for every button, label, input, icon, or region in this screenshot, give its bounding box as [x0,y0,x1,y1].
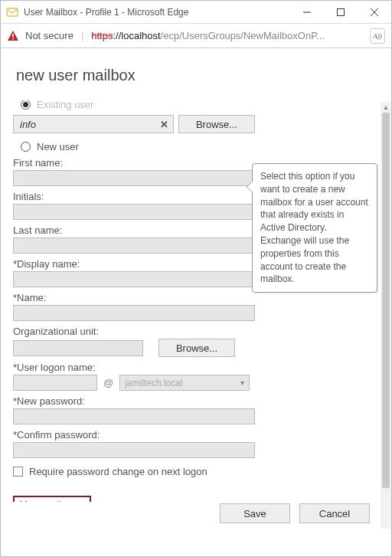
new-password-field[interactable] [13,408,255,424]
svg-rect-2 [338,8,345,15]
page-title: new user mailbox [1,48,391,92]
first-name-field[interactable] [13,170,255,186]
first-name-label: First name: [13,157,255,169]
ou-field[interactable] [13,340,143,356]
logon-name-field[interactable] [13,375,97,391]
chevron-down-icon: ▾ [240,378,244,387]
address-separator: | [81,30,83,41]
require-pw-change-row[interactable]: Require password change on next logon [13,466,255,477]
logon-label: *User logon name: [13,362,255,373]
browse-ou-button[interactable]: Browse... [158,339,235,357]
url-display[interactable]: https://localhost/ecp/UsersGroups/NewMai… [91,30,364,41]
confirm-password-label: *Confirm password: [13,429,255,441]
ou-label: Organizational unit: [13,326,255,337]
app-icon [5,5,19,19]
at-sign: @ [103,377,113,388]
minimize-button[interactable] [290,1,324,24]
address-bar: Not secure | https://localhost/ecp/Users… [1,24,391,48]
help-tooltip: Select this option if you want to create… [252,163,377,293]
new-user-label: New user [37,141,79,152]
maximize-button[interactable] [324,1,358,24]
svg-rect-0 [7,8,18,16]
footer-buttons: Save Cancel [1,501,381,529]
existing-user-radio-row[interactable]: Existing user [21,100,255,110]
not-secure-label: Not secure [25,30,74,41]
user-search-input[interactable]: info ✕ [13,115,174,133]
vertical-scrollbar[interactable]: ▲ ▼ [381,102,391,529]
confirm-password-field[interactable] [13,442,255,458]
last-name-label: Last name: [13,224,255,236]
new-password-label: *New password: [13,395,255,407]
require-pw-change-label: Require password change on next logon [29,466,207,477]
new-user-radio-row[interactable]: New user [21,141,255,152]
existing-user-label: Existing user [37,100,93,110]
user-search-value: info [17,119,158,130]
svg-rect-6 [12,38,14,40]
read-aloud-icon[interactable]: A)) [370,28,385,44]
display-name-label: *Display name: [13,258,255,270]
not-secure-icon [7,30,19,42]
name-field[interactable] [13,305,255,321]
clear-icon[interactable]: ✕ [158,118,170,130]
browse-user-button[interactable]: Browse... [178,115,255,133]
window-title: User Mailbox - Profile 1 - Microsoft Edg… [24,7,290,18]
require-pw-change-checkbox[interactable] [13,467,23,477]
existing-user-radio[interactable] [21,100,31,110]
window-titlebar: User Mailbox - Profile 1 - Microsoft Edg… [1,1,391,24]
initials-field[interactable] [13,204,255,220]
save-button[interactable]: Save [220,503,290,523]
cancel-button[interactable]: Cancel [299,503,370,523]
display-name-field[interactable] [13,271,255,287]
page-body: new user mailbox Existing user info ✕ Br… [1,48,391,529]
close-button[interactable] [358,1,391,24]
scroll-thumb[interactable] [382,113,390,488]
form-area: Existing user info ✕ Browse... New user … [13,100,255,502]
last-name-field[interactable] [13,238,255,254]
initials-label: Initials: [13,191,255,202]
scroll-up-arrow[interactable]: ▲ [381,102,391,113]
name-label: *Name: [13,292,255,303]
domain-select[interactable]: jamiltech.local ▾ [119,375,250,391]
svg-rect-5 [12,34,14,38]
new-user-radio[interactable] [21,142,31,152]
domain-selected: jamiltech.local [125,378,182,388]
